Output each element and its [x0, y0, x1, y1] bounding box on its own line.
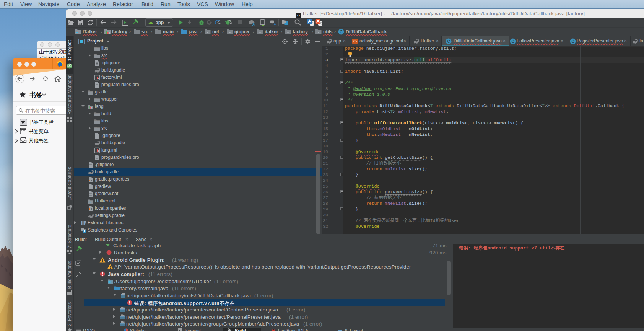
- svg-text:C: C: [340, 30, 342, 34]
